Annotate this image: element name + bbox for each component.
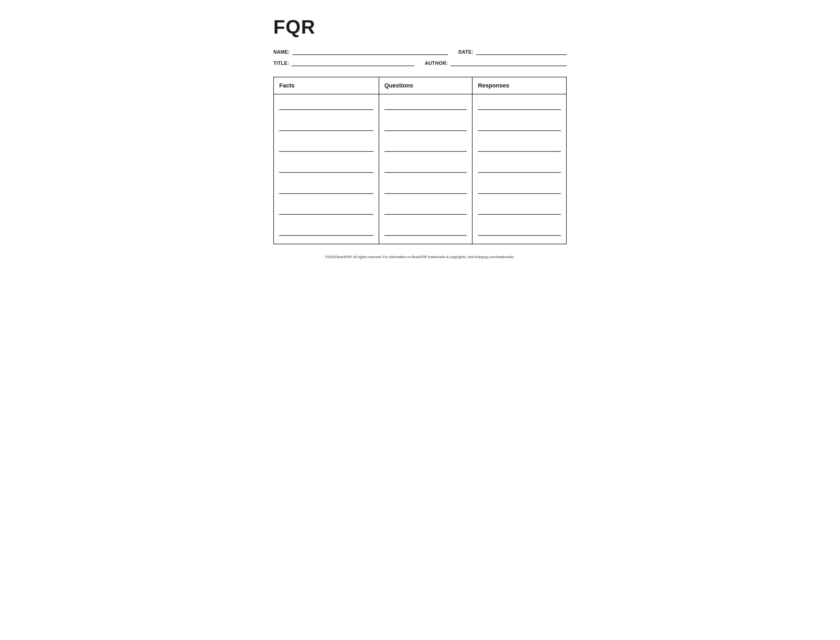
responses-line-7[interactable] bbox=[478, 228, 561, 236]
name-label: NAME: bbox=[274, 50, 290, 55]
title-input[interactable] bbox=[292, 60, 414, 66]
responses-line-5[interactable] bbox=[478, 186, 561, 194]
col-responses-label: Responses bbox=[478, 82, 509, 89]
author-label: AUTHOR: bbox=[425, 61, 448, 66]
author-group: AUTHOR: bbox=[425, 60, 567, 66]
title-author-row: TITLE: AUTHOR: bbox=[274, 60, 567, 66]
page: FQR NAME: DATE: TITLE: AUTHOR: bbox=[252, 0, 588, 270]
page-title: FQR bbox=[274, 16, 567, 38]
date-input[interactable] bbox=[476, 48, 567, 55]
questions-line-7[interactable] bbox=[384, 228, 467, 236]
fqr-table: Facts Questions Responses bbox=[274, 77, 567, 244]
facts-line-4[interactable] bbox=[279, 165, 373, 173]
facts-line-5[interactable] bbox=[279, 186, 373, 194]
form-fields: NAME: DATE: TITLE: AUTHOR: bbox=[274, 48, 567, 66]
date-label: DATE: bbox=[458, 50, 473, 55]
questions-line-6[interactable] bbox=[384, 207, 467, 215]
questions-line-5[interactable] bbox=[384, 186, 467, 194]
name-group: NAME: bbox=[274, 48, 448, 55]
footer: ©2018 BrainPOP. All rights reserved. For… bbox=[274, 255, 567, 259]
questions-line-4[interactable] bbox=[384, 165, 467, 173]
responses-line-2[interactable] bbox=[478, 123, 561, 131]
author-input[interactable] bbox=[451, 60, 567, 66]
facts-column-body bbox=[274, 94, 379, 244]
footer-text: ©2018 BrainPOP. All rights reserved. For… bbox=[325, 255, 515, 259]
responses-line-1[interactable] bbox=[478, 102, 561, 110]
name-input[interactable] bbox=[293, 48, 448, 55]
facts-line-6[interactable] bbox=[279, 207, 373, 215]
questions-line-2[interactable] bbox=[384, 123, 467, 131]
responses-column-body bbox=[472, 94, 566, 244]
questions-line-1[interactable] bbox=[384, 102, 467, 110]
facts-line-3[interactable] bbox=[279, 144, 373, 152]
col-facts-label: Facts bbox=[279, 82, 294, 89]
responses-line-4[interactable] bbox=[478, 165, 561, 173]
facts-line-2[interactable] bbox=[279, 123, 373, 131]
facts-line-7[interactable] bbox=[279, 228, 373, 236]
questions-column-body bbox=[379, 94, 473, 244]
col-facts-header: Facts bbox=[274, 77, 379, 94]
col-responses-header: Responses bbox=[472, 77, 566, 94]
col-questions-header: Questions bbox=[379, 77, 473, 94]
date-group: DATE: bbox=[458, 48, 567, 55]
table-body bbox=[274, 94, 566, 244]
title-group: TITLE: bbox=[274, 60, 414, 66]
col-questions-label: Questions bbox=[384, 82, 413, 89]
questions-line-3[interactable] bbox=[384, 144, 467, 152]
name-date-row: NAME: DATE: bbox=[274, 48, 567, 55]
responses-line-3[interactable] bbox=[478, 144, 561, 152]
table-header: Facts Questions Responses bbox=[274, 77, 566, 94]
title-label: TITLE: bbox=[274, 61, 289, 66]
responses-line-6[interactable] bbox=[478, 207, 561, 215]
facts-line-1[interactable] bbox=[279, 102, 373, 110]
